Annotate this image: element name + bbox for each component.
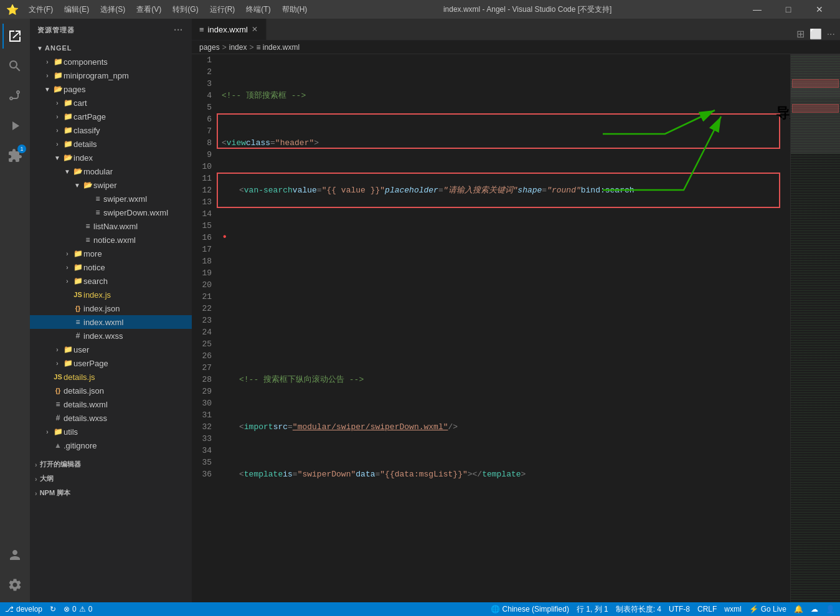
breadcrumb-index[interactable]: index [229, 43, 247, 52]
sidebar-item-modular[interactable]: ▼ 📂 modular [30, 164, 192, 178]
open-editors-section[interactable]: › 打开的编辑器 [30, 457, 192, 471]
menu-select[interactable]: 选择(S) [95, 3, 130, 16]
sidebar-item-miniprogram-npm[interactable]: › 📁 miniprogram_npm [30, 69, 192, 82]
layout-icon[interactable]: ⬜ [809, 28, 822, 40]
sidebar-item-index-wxml[interactable]: ≡ index.wxml [30, 315, 192, 329]
breadcrumb-pages[interactable]: pages [199, 43, 220, 52]
folder-open-icon: 📂 [82, 181, 93, 189]
tab-icon: ≡ [199, 25, 204, 34]
folder-icon: 📁 [52, 427, 64, 436]
sidebar-item-index-wxss[interactable]: # index.wxss [30, 329, 192, 343]
sidebar-item-details-js[interactable]: JS details.js [30, 370, 192, 384]
minimize-button[interactable]: — [743, 0, 772, 19]
indent-status[interactable]: 制表符长度: 4 [616, 604, 661, 615]
code-line-9 [222, 516, 785, 528]
sidebar-item-index-json[interactable]: {} index.json [30, 301, 192, 315]
sidebar-item-details-folder[interactable]: › 📁 details [30, 137, 192, 151]
tab-index-wxml[interactable]: ≡ index.wxml ✕ [192, 19, 267, 40]
wxss-file-icon: # [72, 331, 83, 340]
more-options-icon[interactable]: ··· [172, 24, 184, 36]
sidebar-item-utils[interactable]: › 📁 utils [30, 425, 192, 438]
outline-section[interactable]: › 大纲 [30, 471, 192, 486]
sync-status[interactable]: ↻ [50, 605, 56, 614]
maximize-button[interactable]: □ [774, 0, 803, 19]
sidebar-item-gitignore[interactable]: ▲ .gitignore [30, 438, 192, 452]
sidebar-item-pages[interactable]: ▼ 📂 pages [30, 82, 192, 96]
code-content[interactable]: <!-- 顶部搜索框 --> <view class="header"> <va… [217, 54, 790, 602]
folder-icon: 📁 [72, 263, 83, 272]
sidebar-section-angel[interactable]: ▼ ANGEL [30, 41, 192, 55]
code-line-7: <import src="modular/swiper/swiperDown.w… [222, 421, 785, 433]
sidebar-item-classify[interactable]: › 📁 classify [30, 123, 192, 137]
sidebar-label-gitignore: .gitignore [64, 441, 97, 450]
titlebar-menu: 文件(F) 编辑(E) 选择(S) 查看(V) 转到(G) 运行(R) 终端(T… [24, 3, 312, 16]
menu-goto[interactable]: 转到(G) [168, 3, 203, 16]
sidebar-item-index-folder[interactable]: ▼ 📂 index [30, 151, 192, 164]
wxml-file-icon: ≡ [52, 400, 64, 409]
sidebar-label-more: more [83, 249, 102, 258]
golive-status[interactable]: ⚡ Go Live [749, 605, 786, 614]
menu-help[interactable]: 帮助(H) [277, 3, 313, 16]
encoding-status[interactable]: UTF-8 [669, 605, 690, 614]
file-icon: ≡ [82, 222, 93, 230]
sidebar-item-user[interactable]: › 📁 user [30, 343, 192, 356]
language-status[interactable]: 🌐 Chinese (Simplified) [491, 605, 569, 614]
search-icon[interactable] [2, 54, 27, 78]
breadcrumb-file[interactable]: ≡ index.wxml [256, 43, 300, 52]
sidebar-item-notice-folder[interactable]: › 📁 notice [30, 260, 192, 274]
breadcrumb-sep2: > [249, 43, 253, 52]
menu-run[interactable]: 运行(R) [205, 3, 240, 16]
code-line-8: <template is="swiperDown" data="{{data:m… [222, 468, 785, 480]
more-actions-icon[interactable]: ··· [827, 29, 835, 40]
close-button[interactable]: ✕ [805, 0, 834, 19]
sidebar-label-listnav-wxml: listNav.wxml [93, 222, 138, 231]
sidebar-item-index-js[interactable]: JS index.js [30, 288, 192, 301]
git-branch-status[interactable]: ⎇ develop [5, 605, 42, 614]
sidebar-item-search-folder[interactable]: › 📁 search [30, 274, 192, 288]
sidebar-item-swiperdown-wxml[interactable]: ≡ swiperDown.wxml [30, 206, 192, 219]
sidebar-item-listnav-wxml[interactable]: ≡ listNav.wxml [30, 219, 192, 233]
split-editor-icon[interactable]: ⊞ [796, 28, 805, 40]
line-ending-status[interactable]: CRLF [697, 605, 717, 614]
sidebar-item-swiper-wxml[interactable]: ≡ swiper.wxml [30, 192, 192, 206]
cursor-position-status[interactable]: 行 1, 列 1 [577, 604, 608, 615]
sidebar-content: ▼ ANGEL › 📁 components › 📁 miniprogram_n… [30, 41, 192, 602]
npm-scripts-section[interactable]: › NPM 脚本 [30, 486, 192, 500]
code-editor[interactable]: 1 2 3 4 5 6 7 8 9 10 11 12 13 14 15 16 1… [192, 54, 840, 602]
errors-status[interactable]: ⊗ 0 ⚠ 0 [64, 605, 92, 614]
file-type-status[interactable]: wxml [724, 605, 741, 614]
menu-file[interactable]: 文件(F) [24, 3, 58, 16]
remote-icon[interactable]: ☁ [811, 605, 818, 614]
sidebar-item-more[interactable]: › 📁 more [30, 247, 192, 260]
sidebar-item-cartpage[interactable]: › 📁 cartPage [30, 110, 192, 123]
notification-icon[interactable]: 🔔 [794, 605, 803, 614]
settings-icon[interactable] [2, 572, 27, 597]
sidebar-item-details-json[interactable]: {} details.json [30, 384, 192, 397]
menu-view[interactable]: 查看(V) [131, 3, 166, 16]
minimap-viewport [791, 54, 840, 154]
menu-terminal[interactable]: 终端(T) [241, 3, 275, 16]
menu-edit[interactable]: 编辑(E) [59, 3, 94, 16]
status-bar: ⎇ develop ↻ ⊗ 0 ⚠ 0 🌐 Chinese (Simplifie… [0, 602, 840, 616]
account-icon[interactable] [2, 543, 27, 567]
tab-close-button[interactable]: ✕ [252, 25, 258, 34]
sidebar-item-userpage[interactable]: › 📁 userPage [30, 356, 192, 370]
sidebar-item-swiper-folder[interactable]: ▼ 📂 swiper [30, 178, 192, 192]
sidebar-item-details-wxss[interactable]: # details.wxss [30, 411, 192, 425]
comment-text: <!-- 顶部搜索框 --> [222, 90, 306, 102]
explorer-icon[interactable] [2, 24, 27, 49]
sidebar-label-search-folder: search [83, 277, 108, 286]
angel-folder-label: ANGEL [45, 44, 72, 52]
sidebar-item-components[interactable]: › 📁 components [30, 55, 192, 69]
sidebar-item-details-wxml[interactable]: ≡ details.wxml [30, 397, 192, 411]
chevron-right-icon: › [62, 250, 72, 257]
user-status[interactable]: 👤 [826, 605, 835, 614]
sidebar-item-cart[interactable]: › 📁 cart [30, 96, 192, 110]
extensions-icon[interactable]: 1 [2, 143, 27, 168]
js-file-icon: JS [72, 291, 83, 298]
sidebar-label-user: user [73, 345, 89, 354]
sidebar-item-notice-wxml[interactable]: ≡ notice.wxml [30, 233, 192, 247]
source-control-icon[interactable] [2, 83, 27, 108]
annotation-label: 导入模块 [776, 107, 790, 122]
run-icon[interactable] [2, 113, 27, 138]
